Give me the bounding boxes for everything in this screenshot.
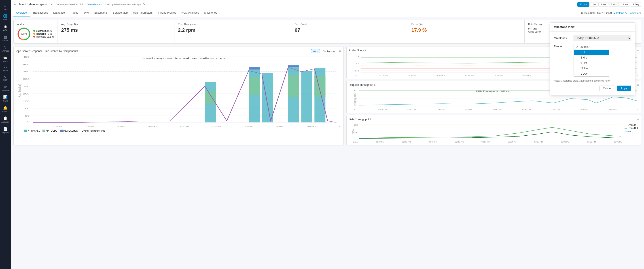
tab-jvm[interactable]: JVM xyxy=(81,9,92,17)
svg-text:20: 20 xyxy=(354,124,358,126)
svg-text:200: 200 xyxy=(23,93,30,95)
tab-app-parameters[interactable]: App Parameters xyxy=(130,9,155,17)
tab-transactions[interactable]: Transactions xyxy=(30,9,50,17)
sidebar-item-apm[interactable]: ◉ APM xyxy=(0,22,11,33)
data-throughput-x-axis: 2:3...02:39 PM02:42 PM02:45 PM02:48 PM02… xyxy=(349,141,623,143)
aws-icon: ⛅ xyxy=(3,56,8,60)
apdex-legend: Satisfied 83.6 % Tolerating 7.3 % Frustr… xyxy=(33,30,54,38)
tolerating-label: Tolerating 7.3 % xyxy=(36,33,52,35)
avg-resp-time-title: Avg. Resp. Time xyxy=(61,23,170,25)
data-throughput-info-icon: ℹ xyxy=(370,118,371,121)
tab-traces[interactable]: Traces xyxy=(68,9,81,17)
tab-milestones[interactable]: Milestones xyxy=(202,9,220,17)
response-time-x-axis: 12:3... 02:39 PM 02:42 PM 02:45 PM 02:48… xyxy=(16,125,341,128)
range-option-1hr[interactable]: 1 Hr xyxy=(574,50,609,55)
web-button[interactable]: Web xyxy=(311,49,320,53)
time-btn-1day[interactable]: 1 Day xyxy=(631,2,641,7)
milestones-select[interactable]: Today, 01:40 PM-A... xyxy=(574,35,631,41)
tab-service-map[interactable]: Service Map xyxy=(110,9,130,17)
range-option-6hrs[interactable]: 6 Hrs xyxy=(574,60,609,66)
alarms-icon: 🔔 xyxy=(3,106,8,110)
apdex-circle: 0.873 xyxy=(17,27,31,41)
time-btn-6hrs[interactable]: 6 Hrs xyxy=(609,2,619,7)
data-throughput-chart-content: 20 10 KB/Min xyxy=(349,123,639,143)
milestones-row: Milestones: Today, 01:40 PM-A... xyxy=(554,35,631,41)
svg-text:100: 100 xyxy=(23,107,30,110)
svg-rect-33 xyxy=(205,91,216,104)
range-option-30min[interactable]: ✓ 30 min xyxy=(574,44,609,50)
apdex-card: Apdex 0.873 Satisf xyxy=(14,20,58,43)
range-12hrs-label: 12 Hrs xyxy=(580,67,588,70)
sidebar-item-label: AppLogs xyxy=(1,121,10,123)
svg-text:0: 0 xyxy=(27,121,30,123)
sidebar-item-reports[interactable]: 📄 Reports xyxy=(0,125,11,135)
tab-exceptions[interactable]: Exceptions xyxy=(92,9,110,17)
range-option-3hrs[interactable]: 3 Hrs xyxy=(574,55,609,60)
sidebar-item-label: GCP xyxy=(3,79,8,81)
milestone-note: Note: Milestones crea... applications ar… xyxy=(554,79,631,82)
cancel-button[interactable]: Cancel xyxy=(599,86,615,91)
sidebar-item-server[interactable]: ▦ Server xyxy=(0,33,11,43)
req-throughput-menu-icon[interactable]: ≡ xyxy=(637,83,639,87)
avg-resp-time-value: 275 ms xyxy=(61,27,170,33)
sidebar-item-gcp[interactable]: G GCP xyxy=(0,73,11,83)
sidebar-item-label: VMware xyxy=(2,50,9,52)
rum-icon: 📊 xyxy=(3,95,8,99)
compare-button[interactable]: Compare ✎ xyxy=(628,12,641,14)
svg-rect-28 xyxy=(249,68,260,122)
app-title-dropdown[interactable]: ▾ xyxy=(51,3,52,6)
sidebar-item-label: Azure xyxy=(3,69,8,71)
data-throughput-menu-icon[interactable]: ≡ xyxy=(637,118,639,121)
sidebar-item-web[interactable]: 🌐 Web xyxy=(0,12,11,22)
view-reports-link[interactable]: View Reports xyxy=(87,3,102,6)
sidebar-item-azure[interactable]: Az Azure xyxy=(0,64,11,73)
refresh-icon[interactable]: ⟳ xyxy=(143,3,145,6)
back-button[interactable]: ← xyxy=(14,3,16,6)
server-icon: ▦ xyxy=(4,35,7,39)
sidebar-item-alarms[interactable]: 🔔 Alarms xyxy=(0,104,11,114)
apdex-score-menu-icon[interactable]: ≡ xyxy=(637,49,639,52)
svg-text:Overall Response Time 95th Per: Overall Response Time 95th Percentile =4… xyxy=(141,57,226,59)
apply-button[interactable]: Apply xyxy=(617,86,631,91)
chart-menu-icon[interactable]: ≡ xyxy=(339,49,341,53)
tab-overview[interactable]: Overview xyxy=(14,9,30,17)
sidebar-item-vmware[interactable]: V VMware xyxy=(0,43,11,54)
applogs-icon: 📋 xyxy=(3,116,8,120)
charts-row: App Server Response Time Broken by Compo… xyxy=(14,46,641,145)
in-value: ago xyxy=(533,27,537,30)
svg-rect-35 xyxy=(288,75,299,97)
svg-rect-31 xyxy=(301,71,312,122)
sidebar-item-label: RUM xyxy=(3,100,8,102)
agent-info: JAVA Agent Version : 4.8 xyxy=(56,3,83,6)
range-row: Range: ✓ 30 min 1 Hr 3 Hrs xyxy=(554,44,631,77)
sidebar-item-rum[interactable]: 📊 RUM xyxy=(0,93,11,104)
time-btn-3hrs[interactable]: 3 Hrs xyxy=(598,2,608,7)
tab-thread-profiles[interactable]: Thread Profiles xyxy=(155,9,179,17)
range-option-12hrs[interactable]: 12 Hrs xyxy=(574,66,609,71)
chart-legend: HTTP CALL APP CODE MEMCACHED Overall Res… xyxy=(16,129,341,132)
svg-text:Throughput (cpm): Throughput (cpm) xyxy=(353,93,356,106)
sidebar-item-network[interactable]: ⟳ Network xyxy=(0,83,11,93)
time-btn-1hr[interactable]: 1 Hr xyxy=(590,2,598,7)
sidebar-item-applogs[interactable]: 📋 AppLogs xyxy=(0,114,11,125)
req-throughput-card: Req. Throughput 2.2 rpm xyxy=(174,20,291,43)
background-button[interactable]: Background xyxy=(321,49,338,53)
svg-text:50: 50 xyxy=(25,115,30,117)
nav-tabs: Overview Transactions Database Traces JV… xyxy=(11,9,644,17)
milestone-actions: Cancel Apply xyxy=(554,86,631,91)
response-time-title-text: App Server Response Time Broken by Compo… xyxy=(16,50,78,53)
check-30min: ✓ xyxy=(576,45,579,48)
time-btn-12hrs[interactable]: 12 Hrs xyxy=(619,2,630,7)
sidebar-item-aws[interactable]: ⛅ AWS xyxy=(0,54,11,64)
req-throughput-info-icon: ℹ xyxy=(374,84,375,86)
range-option-1day[interactable]: 1 Day xyxy=(574,71,609,76)
content-area: Apdex 0.873 Satisf xyxy=(11,17,644,269)
sidebar-item-home[interactable]: ⌂ Home xyxy=(0,2,11,12)
tab-database[interactable]: Database xyxy=(50,9,67,17)
response-time-chart-card: App Server Response Time Broken by Compo… xyxy=(14,46,344,145)
svg-text:1: 1 xyxy=(358,55,360,57)
legend-more-link[interactable]: 1 more... xyxy=(624,130,639,132)
time-btn-30min[interactable]: 30 min xyxy=(577,2,589,7)
tab-rum-analytics[interactable]: RUM Analytics xyxy=(179,9,202,17)
milestone-button[interactable]: Milestone ✎ xyxy=(614,12,627,14)
